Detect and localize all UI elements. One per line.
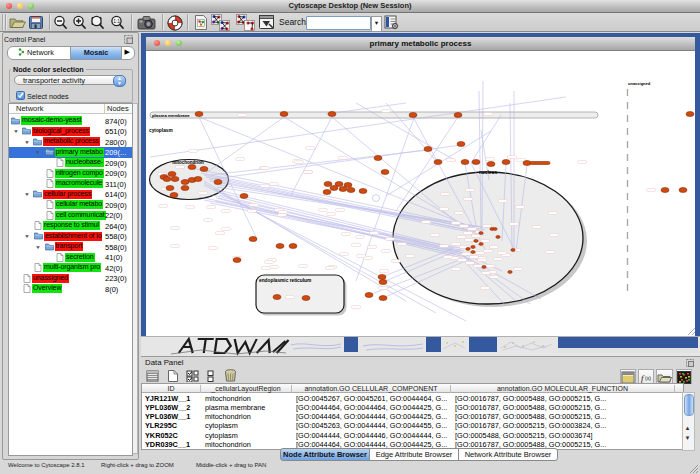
- svg-text:·····: ·····: [519, 159, 523, 161]
- svg-text:·····: ·····: [400, 243, 404, 245]
- svg-text:·····: ·····: [342, 253, 346, 255]
- svg-text:·····: ·····: [512, 223, 516, 225]
- svg-text:·····: ·····: [359, 255, 363, 257]
- svg-text:·····: ·····: [384, 110, 388, 112]
- svg-text:·····: ·····: [442, 245, 446, 247]
- svg-text:·····: ·····: [501, 200, 505, 202]
- svg-text:·····: ·····: [442, 208, 446, 210]
- svg-text:·····: ·····: [301, 265, 305, 267]
- svg-text:·····: ·····: [446, 256, 450, 258]
- svg-text:·····: ·····: [486, 113, 490, 115]
- svg-text:·····: ·····: [173, 245, 177, 247]
- svg-text:·····: ·····: [384, 250, 388, 252]
- svg-text:·····: ·····: [462, 225, 466, 227]
- svg-text:·····: ·····: [424, 221, 428, 223]
- svg-text:·····: ·····: [263, 167, 267, 169]
- svg-text:·····: ·····: [443, 193, 447, 195]
- svg-text:·····: ·····: [535, 226, 539, 228]
- svg-text:plasma membrane: plasma membrane: [152, 113, 190, 118]
- svg-text:·····: ·····: [370, 246, 374, 248]
- svg-text:·····: ·····: [548, 251, 552, 253]
- svg-text:·····: ·····: [485, 225, 489, 227]
- svg-text:endoplasmic reticulum: endoplasmic reticulum: [259, 278, 311, 283]
- svg-text:·····: ·····: [454, 268, 458, 270]
- svg-text:·····: ·····: [354, 306, 358, 308]
- svg-text:·····: ·····: [329, 213, 333, 215]
- svg-text:·····: ·····: [459, 236, 463, 238]
- svg-text:·····: ·····: [467, 239, 471, 241]
- svg-text:·····: ·····: [267, 261, 271, 263]
- svg-text:·····: ·····: [551, 212, 555, 214]
- svg-text:·····: ·····: [297, 161, 301, 163]
- svg-text:·····: ·····: [649, 189, 653, 191]
- svg-text:·····: ·····: [464, 253, 468, 255]
- svg-text:·····: ·····: [449, 159, 453, 161]
- svg-text:·····: ·····: [252, 204, 256, 206]
- svg-text:·····: ·····: [381, 287, 385, 289]
- svg-text:·····: ·····: [264, 267, 268, 269]
- svg-text:·····: ·····: [488, 158, 492, 160]
- svg-text:·····: ·····: [500, 252, 504, 254]
- svg-text:unassigned: unassigned: [628, 81, 651, 86]
- svg-text:·····: ·····: [263, 185, 267, 187]
- svg-text:·····: ·····: [201, 192, 205, 194]
- svg-text:·····: ·····: [288, 296, 292, 298]
- svg-text:·····: ·····: [580, 161, 584, 163]
- svg-text:·····: ·····: [474, 235, 478, 237]
- svg-text:·····: ·····: [372, 232, 376, 234]
- svg-text:·····: ·····: [518, 206, 522, 208]
- svg-text:·····: ·····: [188, 206, 192, 208]
- svg-text:·····: ·····: [306, 171, 310, 173]
- svg-text:·····: ·····: [457, 212, 461, 214]
- svg-text:(x): (x): [645, 375, 651, 381]
- svg-text:·····: ·····: [344, 233, 348, 235]
- svg-text:·····: ·····: [492, 276, 496, 278]
- svg-text:·····: ·····: [366, 257, 370, 259]
- svg-text:·····: ·····: [488, 265, 492, 267]
- svg-text:·····: ·····: [466, 232, 470, 234]
- svg-text:·····: ·····: [191, 150, 195, 152]
- svg-text:·····: ·····: [280, 214, 284, 216]
- svg-text:·····: ·····: [358, 236, 362, 238]
- svg-text:·····: ·····: [338, 209, 342, 211]
- svg-text:·····: ·····: [240, 114, 244, 116]
- svg-text:·····: ·····: [433, 234, 437, 236]
- svg-text:·····: ·····: [496, 258, 500, 260]
- svg-text:·····: ·····: [224, 210, 228, 212]
- svg-text:·····: ·····: [492, 246, 496, 248]
- svg-text:·····: ·····: [480, 259, 484, 261]
- svg-text:·····: ·····: [462, 246, 466, 248]
- svg-text:·····: ·····: [178, 166, 182, 168]
- svg-text:cytoplasm: cytoplasm: [149, 128, 173, 133]
- svg-text:·····: ·····: [209, 206, 213, 208]
- svg-text:·····: ·····: [490, 271, 494, 273]
- svg-text:·····: ·····: [466, 198, 470, 200]
- svg-text:·····: ·····: [483, 287, 487, 289]
- svg-text:·····: ·····: [382, 270, 386, 272]
- svg-text:·····: ·····: [394, 260, 398, 262]
- svg-text:·····: ·····: [308, 147, 312, 149]
- svg-text:·····: ·····: [218, 232, 222, 234]
- svg-text:·····: ·····: [388, 238, 392, 240]
- svg-text:·····: ·····: [468, 189, 472, 191]
- svg-text:·····: ·····: [328, 267, 332, 269]
- svg-text:·····: ·····: [470, 228, 474, 230]
- svg-text:·····: ·····: [161, 205, 165, 207]
- svg-text:·····: ·····: [476, 265, 480, 267]
- svg-text:·····: ·····: [516, 268, 520, 270]
- svg-text:·····: ·····: [238, 158, 242, 160]
- svg-text:·····: ·····: [468, 262, 472, 264]
- svg-text:·····: ·····: [272, 266, 276, 268]
- svg-text:·····: ·····: [272, 183, 276, 185]
- svg-text:·····: ·····: [454, 243, 458, 245]
- svg-text:·····: ·····: [211, 247, 215, 249]
- svg-text:·····: ·····: [552, 234, 556, 236]
- svg-text:·····: ·····: [173, 227, 177, 229]
- svg-text:·····: ·····: [408, 255, 412, 257]
- svg-text:·····: ·····: [250, 210, 254, 212]
- svg-text:·····: ·····: [483, 240, 487, 242]
- svg-text:·····: ·····: [354, 244, 358, 246]
- svg-text:·····: ·····: [460, 259, 464, 261]
- svg-text:1:1: 1:1: [113, 18, 120, 24]
- svg-text:mitochondrion: mitochondrion: [172, 160, 204, 165]
